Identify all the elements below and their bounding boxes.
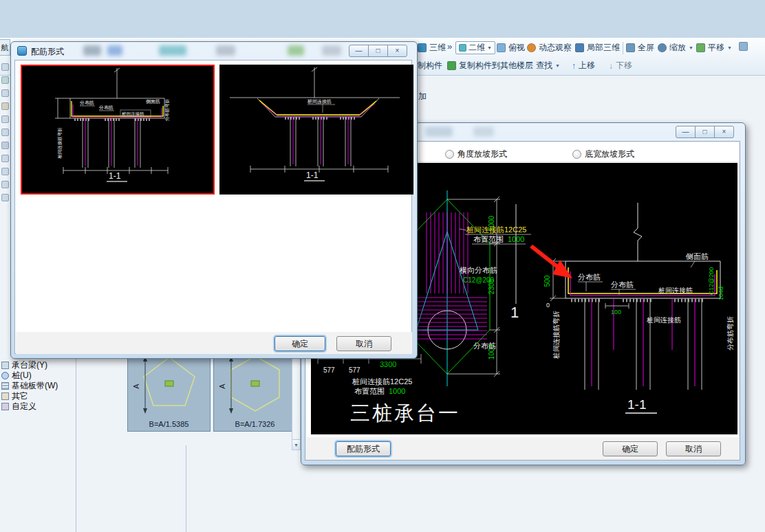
maximize-button[interactable]: □ (695, 126, 715, 138)
window-controls: — □ × (349, 45, 407, 57)
glass-blur-blob (473, 126, 494, 137)
range-label: 布置范围 (473, 235, 504, 243)
arrowhead-down (143, 408, 147, 414)
side-rebar-label: 侧面筋 (146, 99, 160, 104)
nav-tab[interactable]: 航 (0, 39, 10, 56)
sidebar-mini-icon[interactable] (1, 63, 9, 71)
toolbar-find-button[interactable]: 查找 ▼ (536, 60, 560, 71)
minimize-button[interactable]: — (349, 45, 369, 57)
pile-tie-label-2: 桩间连接筋 (646, 316, 681, 324)
clipped-add-label[interactable]: 加 (418, 91, 427, 102)
sidebar-mini-icon[interactable] (1, 155, 9, 162)
section-cut-number: 1 (510, 304, 519, 321)
side-rebar-label: 侧面筋 (685, 252, 709, 261)
dialog-title: 配筋形式 (31, 46, 64, 58)
section-title: 1-1 (627, 397, 646, 412)
close-button[interactable]: × (714, 126, 734, 138)
radio-bottom-width-label: 底宽放坡形式 (585, 148, 634, 160)
distribution-rebar-label-2: 分布筋 (611, 280, 634, 289)
sidebar-item-other[interactable]: 其它 (1, 391, 28, 401)
toolbar-make-component-button[interactable]: 制构件 (418, 60, 442, 71)
preview-scrollbar[interactable]: ▼ (292, 347, 301, 450)
minimize-button[interactable]: — (676, 126, 696, 138)
tie-rebar-lines (592, 298, 695, 386)
toolbar-move-up-button[interactable]: ↑ 上移 (572, 60, 595, 71)
toolbar-copy-to-floors-button[interactable]: 复制构件到其他楼层 (447, 60, 533, 71)
radio-bottom-width-slope[interactable]: 底宽放坡形式 (572, 148, 634, 160)
maximize-button[interactable]: □ (368, 45, 388, 57)
toolbar-orbit-button[interactable]: 动态观察 (527, 42, 572, 54)
distribution-rebar-label: 分布筋 (473, 342, 496, 350)
pile-tie-label-1: 桩间连接筋 (658, 287, 693, 294)
leader-1 (578, 282, 603, 291)
sidebar-item-label: 自定义 (12, 401, 36, 412)
toolbar-clipped-icon[interactable] (739, 42, 748, 51)
view-mode-select[interactable]: 二维 ▼ (455, 41, 495, 54)
toolbar-local3d-button[interactable]: 局部三维 (575, 42, 620, 54)
sidebar-mini-icon[interactable] (1, 142, 9, 149)
cancel-button[interactable]: 取消 (336, 336, 391, 351)
rebar-option-straight[interactable]: 分布筋 分布筋 桩间连接筋 侧面筋 桩间连接筋弯折 分布筋弯折 1-1 (21, 65, 215, 195)
sidebar-mini-icon[interactable] (1, 168, 9, 175)
find-label: 查找 (536, 60, 552, 71)
toolbar-topview-button[interactable]: 俯视 (497, 42, 525, 54)
pile-icon (1, 372, 9, 379)
toolbar-overflow-chevron[interactable]: » (447, 41, 452, 52)
shape-preview-pentagon[interactable]: A B=A/1.5385 (127, 347, 211, 432)
cube-3d-icon (418, 43, 427, 52)
chevron-down-icon: ▼ (487, 45, 492, 50)
transverse-rebar-spec: C12@200 (463, 276, 495, 284)
chevron-down-icon: ▼ (689, 45, 693, 50)
close-button[interactable]: × (387, 45, 407, 57)
sidebar-mini-icon[interactable] (1, 129, 9, 136)
leader-3 (691, 261, 695, 267)
rebar-form-button[interactable]: 配筋形式 (336, 441, 391, 456)
sidebar-mini-icon[interactable] (1, 115, 9, 123)
rot-spec-104d: 104d (718, 287, 724, 300)
sidebar-mini-icon[interactable] (1, 102, 9, 110)
radio-angle-slope[interactable]: 角度放坡形式 (445, 148, 507, 160)
glass-blur-blob (216, 45, 235, 56)
sidebar-item-pile[interactable]: 桩(U) (1, 370, 32, 381)
sidebar-mini-icon[interactable] (1, 76, 9, 84)
glass-blur-blob (83, 45, 101, 56)
ok-button[interactable]: 确定 (274, 336, 325, 351)
toolbar-zoom-button[interactable]: 缩放 ▼ (658, 42, 693, 54)
chevron-down-icon: ▼ (555, 63, 560, 68)
toolbar-3d-button[interactable]: 三维 (418, 42, 446, 54)
pan-icon (696, 43, 705, 52)
shape-preview-hexagon[interactable]: A B=A/1.7326 (213, 347, 297, 432)
rebar-option-sloped[interactable]: 桩间连接筋 1-1 (219, 65, 413, 195)
view-mode-value: 二维 (468, 42, 485, 54)
up-arrow-icon: ↑ (572, 61, 576, 71)
toolbar-fullscreen-label: 全屏 (638, 42, 654, 54)
toolbar-pan-button[interactable]: 平移 ▼ (696, 42, 732, 54)
pile-tie-label: 桩间连接筋 (307, 98, 332, 104)
leader-2 (611, 289, 636, 295)
break-line (634, 203, 642, 261)
sidebar-item-custom[interactable]: 自定义 (1, 401, 36, 412)
sidebar-mini-icon[interactable] (1, 194, 9, 201)
sidebar-mini-icon[interactable] (1, 89, 9, 97)
toolbar-orbit-label: 动态观察 (539, 42, 572, 54)
rot-spec-c12: C12@200 (708, 267, 715, 296)
dim-500: 500 (543, 275, 551, 287)
toolbar-fullscreen-button[interactable]: 全屏 (626, 42, 654, 54)
left-rotated-label: 桩间连接筋弯折 (552, 311, 560, 359)
sidebar-mini-icon[interactable] (1, 181, 9, 188)
rebar-option-1-drawing: 分布筋 分布筋 桩间连接筋 侧面筋 桩间连接筋弯折 分布筋弯折 1-1 (22, 66, 213, 193)
toolbar-move-down-button[interactable]: ↓ 下移 (609, 60, 632, 71)
cancel-button[interactable]: 取消 (666, 441, 721, 456)
custom-icon (1, 403, 9, 410)
scroll-down-button[interactable]: ▼ (292, 439, 300, 450)
dialog-app-icon (17, 46, 27, 56)
sidebar-item-slab-band[interactable]: 基础板带(W) (1, 381, 58, 391)
top-view-icon (497, 43, 506, 52)
sidebar-item-pile-cap-beam[interactable]: 承台梁(Y) (1, 360, 47, 370)
chevron-down-icon: ▼ (727, 45, 732, 50)
dim-577-b: 577 (349, 366, 360, 374)
ok-button[interactable]: 确定 (603, 441, 658, 456)
local-3d-icon (575, 43, 584, 52)
radio-icon (445, 150, 454, 159)
toolbar-3d-label: 三维 (429, 42, 446, 54)
